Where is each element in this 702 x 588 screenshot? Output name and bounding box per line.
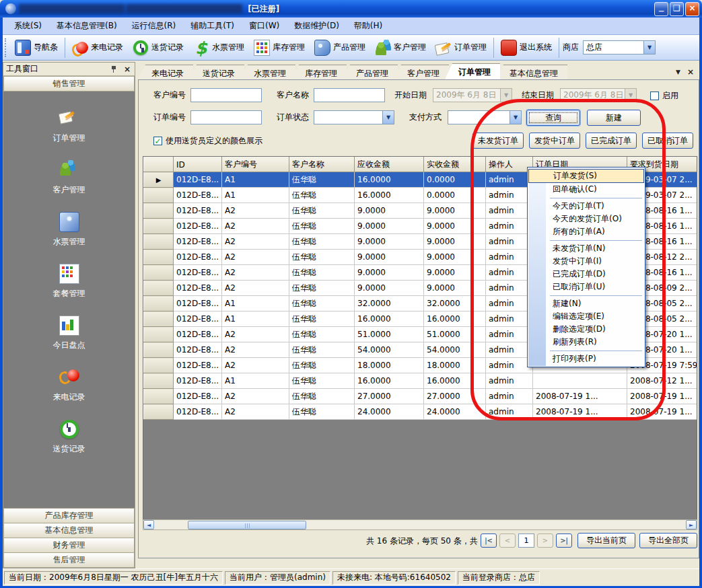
table-row[interactable]: 012D-E8... A2 伍华聪 24.0000 24.0000 admin … bbox=[144, 404, 698, 420]
row-selector-cell[interactable] bbox=[144, 296, 174, 311]
grid-column-header[interactable]: 实收金额 bbox=[424, 157, 486, 172]
toolbar-button[interactable]: 水票管理 bbox=[188, 38, 249, 57]
sidebar-item[interactable]: 今日盘点 bbox=[3, 299, 135, 351]
menu-item[interactable]: 辅助工具(T) bbox=[183, 17, 242, 34]
next-page-button[interactable]: > bbox=[537, 534, 553, 548]
sidebar-group[interactable]: 售后管理 bbox=[3, 552, 135, 568]
query-button[interactable]: 查询 bbox=[526, 110, 580, 126]
grid-column-header[interactable] bbox=[144, 157, 174, 172]
menu-item[interactable]: 基本信息管理(B) bbox=[49, 17, 125, 34]
context-menu-item[interactable]: 已完成订单(D) bbox=[528, 268, 644, 281]
row-selector-cell[interactable] bbox=[144, 281, 174, 296]
context-menu-item[interactable]: 删除选定项(D) bbox=[528, 323, 644, 336]
toolbar-button[interactable]: 库存管理 bbox=[249, 38, 310, 57]
context-menu-item[interactable]: 打印列表(P) bbox=[528, 353, 644, 365]
sidebar-item[interactable]: 订单管理 bbox=[3, 92, 135, 144]
context-menu-item[interactable]: 今天的发货订单(O) bbox=[528, 213, 644, 225]
toolbar-button[interactable]: 客户管理 bbox=[370, 38, 431, 57]
row-selector-cell[interactable] bbox=[144, 219, 174, 234]
toolbar-button[interactable]: 来电记录 bbox=[67, 38, 128, 57]
order-no-input[interactable] bbox=[190, 110, 262, 124]
menu-item[interactable]: 运行信息(R) bbox=[125, 17, 184, 34]
context-menu-item[interactable]: 今天的订单(T) bbox=[528, 200, 644, 213]
scrollbar-thumb[interactable] bbox=[188, 521, 306, 529]
minimize-button[interactable]: ─ bbox=[654, 2, 668, 16]
row-selector-cell[interactable] bbox=[144, 389, 174, 404]
context-menu-item[interactable]: 所有的订单(A) bbox=[528, 225, 644, 238]
end-date-picker[interactable]: 2009年 6月 8日▼ bbox=[560, 88, 637, 102]
row-selector-cell[interactable] bbox=[144, 342, 174, 358]
sidebar-close-icon[interactable]: × bbox=[122, 65, 132, 74]
horizontal-scrollbar[interactable]: ◄ ► bbox=[143, 519, 697, 530]
context-menu-item[interactable]: 编辑选定项(E) bbox=[528, 310, 644, 323]
menu-item[interactable]: 窗口(W) bbox=[242, 17, 287, 34]
new-button[interactable]: 新建 bbox=[587, 110, 641, 126]
sidebar-item[interactable]: 客户管理 bbox=[3, 144, 135, 196]
toolbar-button[interactable] bbox=[493, 38, 494, 58]
menu-item[interactable]: 数据维护(D) bbox=[287, 17, 347, 34]
tab[interactable]: 产品管理 bbox=[343, 65, 398, 79]
maximize-button[interactable]: ❑ bbox=[670, 2, 684, 16]
last-page-button[interactable]: >| bbox=[556, 534, 572, 548]
row-selector-cell[interactable] bbox=[144, 234, 174, 250]
row-selector-cell[interactable] bbox=[144, 203, 174, 219]
tab[interactable]: 订单管理 bbox=[445, 63, 500, 79]
color-display-checkbox[interactable]: ✓ 使用送货员定义的颜色展示 bbox=[153, 135, 262, 147]
tab[interactable]: 基本信息管理 bbox=[496, 65, 567, 79]
tab[interactable]: 水票管理 bbox=[240, 65, 295, 79]
menu-item[interactable]: 系统(S) bbox=[7, 17, 49, 34]
status-button-cancelled[interactable]: 已取消订单 bbox=[642, 133, 693, 149]
toolbar-button[interactable] bbox=[559, 38, 559, 58]
tab[interactable]: 来电记录 bbox=[138, 65, 193, 79]
grid-column-header[interactable]: ID bbox=[174, 157, 222, 172]
tab[interactable]: 客户管理 bbox=[394, 65, 449, 79]
chevron-down-icon[interactable]: ▼ bbox=[643, 41, 655, 54]
table-row[interactable]: 012D-E8... A2 伍华聪 27.0000 27.0000 admin … bbox=[144, 389, 698, 404]
context-menu-item[interactable]: 回单确认(C) bbox=[528, 183, 644, 196]
grid-column-header[interactable]: 应收金额 bbox=[355, 157, 424, 172]
row-selector-cell[interactable]: ▶ bbox=[144, 172, 174, 188]
row-selector-cell[interactable] bbox=[144, 265, 174, 281]
scroll-right-icon[interactable]: ► bbox=[686, 520, 697, 529]
pay-method-select[interactable]: ▼ bbox=[448, 110, 522, 124]
sidebar-item[interactable]: 套餐管理 bbox=[3, 248, 135, 299]
row-selector-cell[interactable] bbox=[144, 250, 174, 265]
row-selector-cell[interactable] bbox=[144, 404, 174, 420]
context-menu-item[interactable]: 发货中订单(I) bbox=[528, 255, 644, 268]
row-selector-cell[interactable] bbox=[144, 358, 174, 373]
toolbar-button[interactable]: 送货记录 bbox=[128, 38, 188, 57]
start-date-picker[interactable]: 2009年 6月 8日▼ bbox=[433, 88, 512, 102]
row-selector-cell[interactable] bbox=[144, 327, 174, 342]
tab-close-icon[interactable]: × bbox=[687, 67, 694, 77]
tab[interactable]: 送货记录 bbox=[189, 65, 244, 79]
sidebar-item[interactable]: 水票管理 bbox=[3, 196, 135, 248]
status-button-completed[interactable]: 已完成订单 bbox=[586, 133, 637, 149]
toolbar-button[interactable]: 订单管理 bbox=[431, 38, 491, 57]
sidebar-group-sales[interactable]: 销售管理 bbox=[3, 76, 135, 91]
order-status-select[interactable]: ▼ bbox=[314, 110, 394, 124]
toolbar-button[interactable]: 导航条 bbox=[10, 38, 63, 57]
shop-select[interactable]: 总店 ▼ bbox=[583, 40, 656, 54]
sidebar-item[interactable]: 送货记录 bbox=[3, 403, 135, 455]
scroll-left-icon[interactable]: ◄ bbox=[143, 520, 154, 529]
toolbar-button[interactable] bbox=[65, 38, 65, 58]
context-menu-item[interactable]: 刷新列表(R) bbox=[528, 336, 644, 348]
grid-column-header[interactable]: 客户名称 bbox=[289, 157, 355, 172]
context-menu-item[interactable]: 已取消订单(U) bbox=[528, 281, 644, 293]
toolbar-button[interactable]: 产品管理 bbox=[310, 38, 370, 57]
table-row[interactable]: 012D-E8... A1 伍华聪 16.0000 16.0000 admin … bbox=[144, 373, 698, 389]
status-button-shipping[interactable]: 发货中订单 bbox=[529, 133, 580, 149]
tab-list-dropdown-icon[interactable]: ▼ bbox=[676, 69, 680, 75]
customer-name-input[interactable] bbox=[314, 88, 385, 102]
close-button[interactable]: × bbox=[685, 2, 699, 16]
toolbar-grip[interactable] bbox=[5, 38, 9, 57]
tab[interactable]: 库存管理 bbox=[291, 65, 347, 79]
sidebar-group[interactable]: 基本信息管理 bbox=[3, 523, 135, 538]
grid-column-header[interactable]: 操作人 bbox=[486, 157, 533, 172]
pin-icon[interactable] bbox=[110, 65, 117, 73]
sidebar-item[interactable]: 来电记录 bbox=[3, 351, 135, 403]
export-current-page-button[interactable]: 导出当前页 bbox=[577, 533, 635, 548]
context-menu-item[interactable]: 订单发货(S) bbox=[528, 169, 644, 183]
page-number-input[interactable] bbox=[518, 534, 534, 548]
sidebar-group[interactable]: 财务管理 bbox=[3, 538, 135, 553]
